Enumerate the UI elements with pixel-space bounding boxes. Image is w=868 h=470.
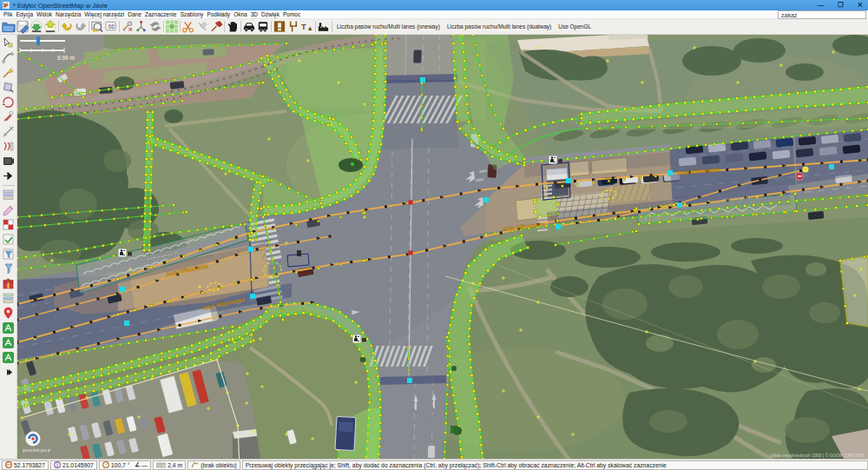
svg-text:▲: ▲ [307, 24, 313, 32]
svg-text:66: 66 [108, 23, 115, 30]
svg-text:T: T [301, 22, 306, 31]
